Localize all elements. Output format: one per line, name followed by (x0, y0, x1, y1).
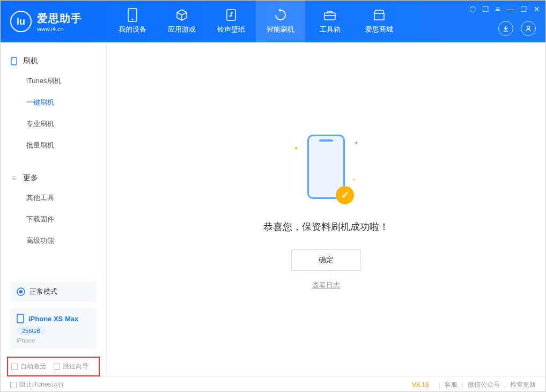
device-small-icon (17, 314, 24, 323)
section-title: 更多 (23, 173, 38, 183)
device-box[interactable]: iPhone XS Max 256GB iPhone (10, 308, 97, 349)
sidebar-item-batch-flash[interactable]: 批量刷机 (1, 135, 106, 156)
svg-rect-6 (11, 57, 17, 65)
sparkle-icon: ✦ (354, 140, 358, 146)
toolbox-icon (323, 9, 336, 21)
tab-ringtones[interactable]: 铃声壁纸 (206, 1, 256, 42)
main-tabs: 我的设备 应用游戏 铃声壁纸 智能刷机 工具箱 爱思商城 (108, 1, 404, 42)
tab-apps-games[interactable]: 应用游戏 (157, 1, 206, 42)
close-button[interactable]: ✕ (534, 5, 540, 13)
header-actions (498, 21, 536, 36)
tab-my-device[interactable]: 我的设备 (108, 1, 157, 42)
checkbox-skip-guide[interactable]: 跳过向导 (54, 362, 88, 371)
app-name: 爱思助手 (37, 11, 82, 26)
checkbox-auto-activate[interactable]: 自动激活 (11, 362, 46, 371)
options-highlight-box: 自动激活 跳过向导 (7, 357, 100, 376)
tab-smart-flash[interactable]: 智能刷机 (256, 1, 305, 42)
svg-point-1 (132, 19, 134, 20)
sidebar-item-pro-flash[interactable]: 专业刷机 (1, 113, 106, 135)
window-controls: ⬡ ☐ ≡ — ☐ ✕ (469, 5, 540, 13)
sidebar-section-more: ≡ 更多 (1, 169, 106, 187)
ok-button[interactable]: 确定 (291, 249, 361, 271)
footer: 阻止iTunes运行 V8.16 | 客服 | 微信公众号 | 检查更新 (1, 376, 545, 392)
tab-store[interactable]: 爱思商城 (355, 1, 404, 42)
phone-outline-icon (10, 57, 18, 65)
user-button[interactable] (521, 21, 536, 36)
sidebar-item-other-tools[interactable]: 其他工具 (1, 187, 106, 209)
success-message: 恭喜您，保资料刷机成功啦！ (263, 220, 389, 233)
sidebar: 刷机 iTunes刷机 一键刷机 专业刷机 批量刷机 ≡ 更多 其他工具 下载固… (1, 42, 107, 376)
sparkle-icon: + (352, 177, 356, 183)
list-icon: ≡ (10, 174, 18, 182)
cube-icon (175, 9, 188, 21)
footer-link-update[interactable]: 检查更新 (510, 380, 536, 389)
device-icon (126, 9, 139, 21)
checkbox-icon (54, 364, 60, 370)
logo-icon: iu (10, 11, 32, 32)
logo-area: iu 爱思助手 www.i4.cn (1, 11, 108, 32)
tab-label: 爱思商城 (365, 25, 393, 34)
status-label: 正常模式 (29, 287, 57, 297)
menu-icon[interactable]: ≡ (496, 5, 500, 13)
device-name-label: iPhone XS Max (28, 315, 78, 323)
checkbox-icon (11, 364, 18, 370)
status-box[interactable]: 正常模式 (10, 282, 97, 302)
svg-rect-4 (324, 13, 335, 20)
feedback-icon[interactable]: ☐ (482, 5, 489, 13)
checkmark-badge-icon: ✓ (336, 186, 354, 204)
tab-toolbox[interactable]: 工具箱 (305, 1, 355, 42)
skin-icon[interactable]: ⬡ (469, 5, 476, 13)
device-type-label: iPhone (17, 337, 90, 344)
version-label: V8.16 (412, 381, 429, 389)
sidebar-item-oneclick-flash[interactable]: 一键刷机 (1, 92, 106, 113)
sidebar-item-download-firmware[interactable]: 下载固件 (1, 209, 106, 230)
svg-point-8 (19, 290, 23, 293)
download-button[interactable] (498, 21, 513, 36)
sparkle-icon: ✦ (294, 145, 298, 151)
view-log-link[interactable]: 查看日志 (312, 280, 340, 290)
maximize-button[interactable]: ☐ (520, 5, 527, 13)
tab-label: 智能刷机 (267, 25, 294, 34)
store-icon (373, 9, 386, 21)
app-url: www.i4.cn (37, 26, 82, 32)
status-ok-icon (17, 287, 25, 296)
tab-label: 铃声壁纸 (217, 25, 245, 34)
checkbox-icon (10, 382, 17, 388)
svg-point-5 (527, 26, 530, 29)
minimize-button[interactable]: — (506, 5, 514, 13)
checkbox-label: 跳过向导 (63, 362, 88, 371)
main-content: ✦ ✦ + ✓ 恭喜您，保资料刷机成功啦！ 确定 查看日志 (107, 42, 545, 376)
app-header: iu 爱思助手 www.i4.cn 我的设备 应用游戏 铃声壁纸 智能刷机 工具… (1, 1, 545, 42)
sidebar-item-itunes-flash[interactable]: iTunes刷机 (1, 70, 106, 92)
footer-link-wechat[interactable]: 微信公众号 (468, 380, 500, 389)
success-illustration: ✦ ✦ + ✓ (294, 129, 358, 210)
checkbox-label: 自动激活 (20, 362, 46, 371)
checkbox-block-itunes[interactable]: 阻止iTunes运行 (10, 380, 64, 389)
music-icon (225, 9, 238, 21)
svg-rect-9 (17, 314, 24, 323)
section-title: 刷机 (23, 56, 38, 66)
tab-label: 我的设备 (119, 25, 146, 34)
tab-label: 工具箱 (320, 25, 341, 34)
refresh-icon (274, 9, 287, 21)
device-storage-badge: 256GB (17, 327, 46, 335)
checkbox-label: 阻止iTunes运行 (19, 380, 64, 389)
body-area: 刷机 iTunes刷机 一键刷机 专业刷机 批量刷机 ≡ 更多 其他工具 下载固… (1, 42, 545, 376)
sidebar-section-flash: 刷机 (1, 52, 106, 70)
svg-point-3 (230, 15, 232, 17)
tab-label: 应用游戏 (168, 25, 196, 34)
footer-link-support[interactable]: 客服 (445, 380, 458, 389)
sidebar-item-advanced[interactable]: 高级功能 (1, 230, 106, 252)
